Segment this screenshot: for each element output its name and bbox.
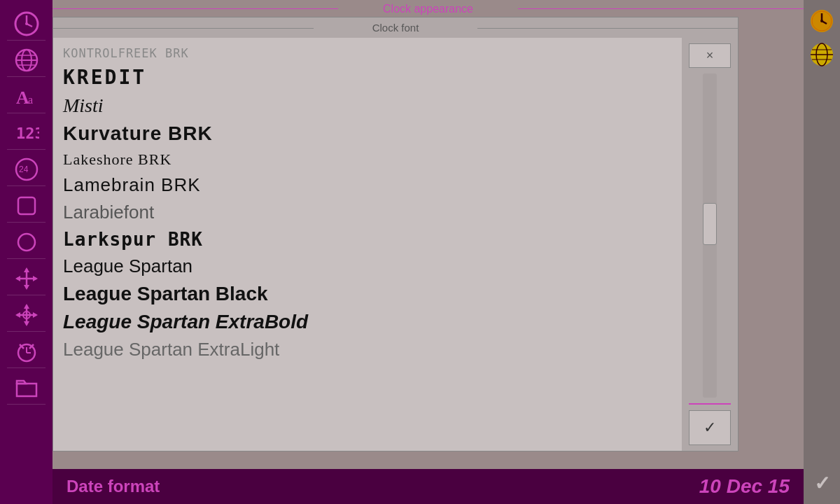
right-check-icon[interactable]: ✓ [808,469,836,497]
font-item-larkspur[interactable]: Larkspur BRK [62,226,673,253]
bottom-bar: Date format 10 Dec 15 [52,469,804,504]
date-format-label: Date format [66,477,160,496]
font-list-container: KONTROLFREEK BRKKREDITMistiKurvature BRK… [53,38,738,451]
svg-marker-26 [15,312,20,318]
svg-line-3 [27,24,32,27]
font-dialog-title-text: Clock font [367,22,425,34]
sidebar-folder-icon[interactable] [7,371,46,405]
sidebar-shape2-icon[interactable] [7,225,46,259]
sidebar-move2-icon[interactable] [7,298,46,332]
main-area: Clock appearance Clock font KONTROLFREEK… [52,0,804,469]
font-item-league-extralight[interactable]: League Spartan ExtraLight [62,336,673,363]
font-item-league-black[interactable]: League Spartan Black [62,280,673,308]
sidebar-font-icon[interactable]: A a [7,80,46,113]
font-item-kontrolfreek[interactable]: KONTROLFREEK BRK [62,43,673,63]
scroll-thumb[interactable] [703,203,717,245]
font-item-kredit[interactable]: KREDIT [62,63,673,92]
right-panel: ✓ [804,0,840,504]
font-item-kurvature[interactable]: Kurvature BRK [62,120,673,148]
svg-text:24: 24 [19,164,29,174]
svg-marker-18 [24,267,29,272]
date-format-value: 10 Dec 15 [699,475,790,498]
clock-appearance-title-bar: Clock appearance [52,0,804,17]
scrollbar-area: × ✓ [682,38,738,451]
font-item-lakeshore[interactable]: Lakeshore BRK [62,148,673,172]
right-clock-icon[interactable] [808,7,836,35]
svg-point-36 [820,20,823,22]
scroll-check-button[interactable]: ✓ [689,410,731,445]
font-dialog-title: Clock font [53,18,738,38]
font-dialog: Clock font KONTROLFREEK BRKKREDITMistiKu… [52,17,738,451]
sidebar-move1-icon[interactable] [7,262,46,295]
font-item-league[interactable]: League Spartan [62,253,673,280]
right-globe-icon[interactable] [808,41,836,69]
svg-marker-19 [24,285,29,290]
font-item-lamebrain[interactable]: Lamebrain BRK [62,172,673,199]
svg-rect-15 [18,234,35,251]
sidebar-shape1-icon[interactable] [7,189,46,223]
scroll-close-button[interactable]: × [689,43,731,68]
svg-text:123: 123 [16,125,39,142]
sidebar-globe-icon[interactable] [7,43,46,77]
sidebar-number-icon[interactable]: 123 [7,116,46,150]
scroll-track[interactable] [703,74,717,398]
svg-marker-25 [24,321,29,326]
svg-rect-14 [18,197,35,214]
sidebar-time24-icon[interactable]: 24 [7,153,46,186]
svg-marker-27 [33,312,38,318]
font-item-misti[interactable]: Misti [62,92,673,120]
svg-marker-20 [15,276,20,281]
scroll-divider [689,403,731,405]
svg-marker-21 [33,276,38,281]
font-item-league-extrabold[interactable]: League Spartan ExtraBold [62,308,673,336]
svg-marker-24 [24,304,29,309]
font-item-larabie[interactable]: Larabiefont [62,199,673,226]
sidebar-clock-icon[interactable] [7,7,46,41]
sidebar: A a 123 24 [0,0,52,504]
clock-appearance-title: Clock appearance [377,3,479,15]
font-list[interactable]: KONTROLFREEK BRKKREDITMistiKurvature BRK… [53,38,682,451]
svg-text:a: a [28,94,33,106]
sidebar-alarm-icon[interactable] [7,335,46,368]
